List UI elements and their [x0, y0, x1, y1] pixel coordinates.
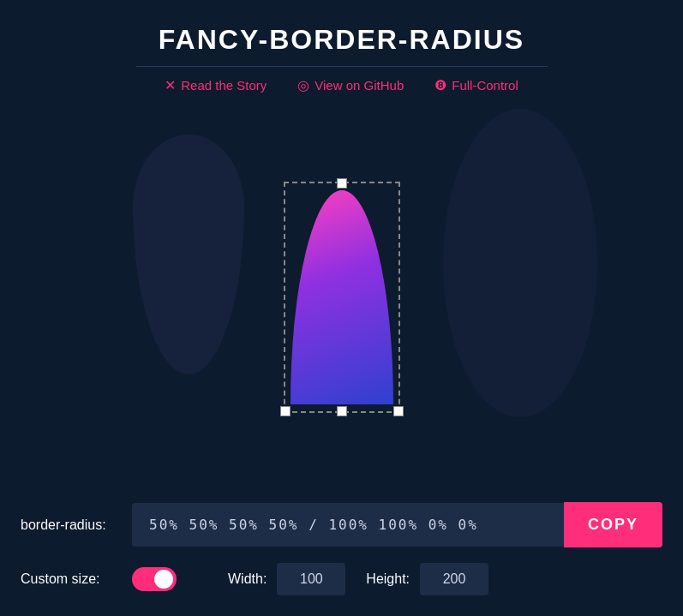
- border-radius-label: border-radius:: [21, 517, 132, 533]
- bottom-panel: border-radius: 50% 50% 50% 50% / 100% 10…: [0, 493, 683, 616]
- handle-top-center[interactable]: [337, 178, 347, 188]
- height-input[interactable]: [420, 563, 488, 595]
- height-label: Height:: [366, 571, 410, 587]
- copy-button[interactable]: COPY: [564, 502, 662, 547]
- github-icon: ◎: [297, 77, 309, 93]
- bg-shape-right: [443, 109, 597, 417]
- toggle-track[interactable]: [132, 567, 177, 591]
- nav-full-control[interactable]: ❽ Full-Control: [434, 77, 518, 93]
- eight-icon: ❽: [434, 77, 446, 93]
- bg-shape-left: [133, 135, 244, 374]
- custom-size-label: Custom size:: [21, 571, 132, 587]
- width-label: Width:: [228, 571, 267, 587]
- x-icon: ✕: [165, 77, 176, 93]
- github-label: View on GitHub: [315, 78, 404, 93]
- header: FANCY-BORDER-RADIUS ✕ Read the Story ◎ V…: [0, 0, 683, 100]
- toggle-thumb: [154, 570, 173, 589]
- nav-links: ✕ Read the Story ◎ View on GitHub ❽ Full…: [165, 77, 518, 93]
- app-title: FANCY-BORDER-RADIUS: [159, 24, 524, 56]
- border-radius-value: 50% 50% 50% 50% / 100% 100% 0% 0%: [132, 503, 564, 547]
- nav-read-story[interactable]: ✕ Read the Story: [165, 77, 267, 93]
- header-divider: [136, 66, 548, 67]
- width-input[interactable]: [277, 563, 345, 595]
- canvas-area: [0, 100, 683, 493]
- custom-size-row: Custom size: Width: Height:: [10, 556, 673, 602]
- page-container: FANCY-BORDER-RADIUS ✕ Read the Story ◎ V…: [0, 0, 683, 616]
- full-control-label: Full-Control: [452, 78, 518, 93]
- handle-bottom-right[interactable]: [393, 406, 404, 416]
- border-radius-row: border-radius: 50% 50% 50% 50% / 100% 10…: [10, 493, 673, 556]
- fancy-shape[interactable]: [291, 190, 393, 404]
- handle-bottom-center[interactable]: [337, 406, 347, 416]
- nav-github[interactable]: ◎ View on GitHub: [297, 77, 404, 93]
- handle-bottom-left[interactable]: [280, 406, 291, 416]
- toggle-wrapper[interactable]: [132, 567, 177, 591]
- read-story-label: Read the Story: [181, 78, 267, 93]
